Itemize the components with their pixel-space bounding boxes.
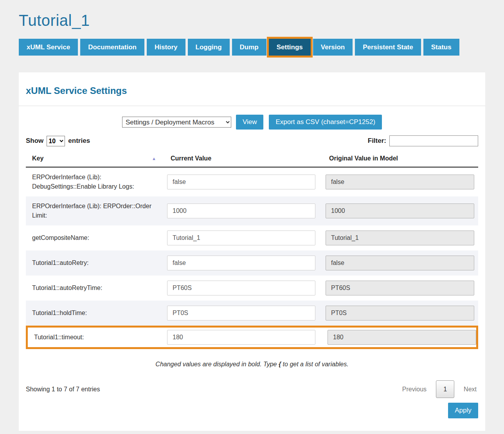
tab-label: Settings <box>277 43 303 51</box>
current-value-input[interactable] <box>167 203 315 218</box>
sort-asc-icon[interactable]: ▲ <box>152 156 156 161</box>
original-value-input <box>326 175 474 189</box>
original-value-cell <box>328 330 476 345</box>
original-value-cell <box>326 231 478 245</box>
apply-row: Apply <box>26 403 478 418</box>
page-1-button[interactable]: 1 <box>436 380 454 398</box>
tab-label: Documentation <box>88 43 137 51</box>
apply-button[interactable]: Apply <box>448 403 478 418</box>
filter-input[interactable] <box>389 135 478 146</box>
tab-label: Status <box>431 43 452 51</box>
original-value-cell <box>326 256 478 270</box>
row-key-label: ERPOrderInterface (Lib): DebugSettings::… <box>26 173 167 191</box>
heading-divider <box>19 106 485 106</box>
settings-panel: xUML Service Settings Settings / Deploym… <box>19 72 485 431</box>
current-value-input[interactable] <box>167 175 315 189</box>
page-title: Tutorial_1 <box>19 0 485 29</box>
table-row: ERPOrderInterface (Lib): DebugSettings::… <box>26 167 478 196</box>
original-value-input <box>326 203 474 218</box>
table-header: Key ▲ Current Value Original Value in Mo… <box>26 151 478 167</box>
row-key-label: getCompositeName: <box>26 233 167 243</box>
current-value-cell <box>167 203 326 218</box>
panel-heading: xUML Service Settings <box>19 72 485 96</box>
tab-persistent-state[interactable]: Persistent State <box>355 39 421 56</box>
tab-documentation[interactable]: Documentation <box>80 39 144 56</box>
original-value-input <box>328 330 476 345</box>
table-row: Tutorial1::holdTime: <box>26 301 478 326</box>
table-footer: Showing 1 to 7 of 7 entries Previous 1 N… <box>26 380 478 398</box>
tab-bar: xUML Service Documentation History Loggi… <box>19 39 485 56</box>
table-controls: Show 10 entries Filter: <box>26 135 478 146</box>
table-body: ERPOrderInterface (Lib): DebugSettings::… <box>26 167 478 349</box>
table-note: Changed values are displayed in bold. Ty… <box>26 361 478 368</box>
current-value-input[interactable] <box>167 231 315 245</box>
note-prefix: Changed values are displayed in bold. Ty… <box>155 361 279 367</box>
current-value-input[interactable] <box>167 256 315 270</box>
note-suffix: to get a list of variables. <box>281 361 349 367</box>
tab-dump[interactable]: Dump <box>232 39 266 56</box>
column-header-original-value[interactable]: Original Value in Model <box>326 155 478 162</box>
row-key-label: Tutorial1::autoRetry: <box>26 258 167 268</box>
tab-label: xUML Service <box>27 43 70 51</box>
current-value-cell <box>167 330 328 345</box>
row-key-label: Tutorial1::holdTime: <box>26 308 167 318</box>
table-row: getCompositeName: <box>26 225 478 250</box>
pagination: Previous 1 Next <box>401 380 478 398</box>
filter-label: Filter: <box>368 137 386 145</box>
export-csv-button[interactable]: Export as CSV (charset=CP1252) <box>269 115 382 130</box>
tab-logging[interactable]: Logging <box>188 39 230 56</box>
tab-status[interactable]: Status <box>423 39 459 56</box>
toolbar: Settings / Deployment Macros View Export… <box>26 115 478 130</box>
current-value-cell <box>167 306 326 321</box>
page: Tutorial_1 xUML Service Documentation Hi… <box>0 0 504 434</box>
current-value-input[interactable] <box>167 330 315 345</box>
previous-page-button[interactable]: Previous <box>401 384 428 395</box>
table-row: Tutorial1::timeout: <box>26 326 478 349</box>
show-label: Show <box>26 137 43 145</box>
showing-info: Showing 1 to 7 of 7 entries <box>26 386 100 393</box>
tab-label: Persistent State <box>363 43 413 51</box>
original-value-input <box>326 256 474 270</box>
filter-control: Filter: <box>368 135 478 146</box>
original-value-cell <box>326 203 478 218</box>
tab-history[interactable]: History <box>147 39 185 56</box>
original-value-input <box>326 306 474 321</box>
original-value-cell <box>326 175 478 189</box>
tab-xuml-service[interactable]: xUML Service <box>19 39 78 56</box>
entries-label: entries <box>68 137 90 145</box>
table-row: Tutorial1::autoRetry: <box>26 250 478 276</box>
column-header-current-value[interactable]: Current Value <box>167 155 326 162</box>
current-value-input[interactable] <box>167 306 315 321</box>
current-value-cell <box>167 281 326 295</box>
row-key-label: Tutorial1::timeout: <box>28 333 169 342</box>
tab-label: Dump <box>240 43 259 51</box>
row-key-label: ERPOrderInterface (Lib): ERPOrder::Order… <box>26 202 167 220</box>
entries-select[interactable]: 10 <box>47 136 65 146</box>
tab-label: History <box>155 43 178 51</box>
current-value-cell <box>167 175 326 189</box>
table-row: Tutorial1::autoRetryTime: <box>26 276 478 301</box>
length-control: Show 10 entries <box>26 136 90 146</box>
tab-settings[interactable]: Settings <box>269 39 311 56</box>
view-button[interactable]: View <box>236 115 264 130</box>
row-key-label: Tutorial1::autoRetryTime: <box>26 283 167 293</box>
tab-label: Logging <box>196 43 222 51</box>
next-page-button[interactable]: Next <box>462 384 478 395</box>
original-value-input <box>326 231 474 245</box>
table-row: ERPOrderInterface (Lib): ERPOrder::Order… <box>26 196 478 225</box>
settings-table: Key ▲ Current Value Original Value in Mo… <box>26 151 478 349</box>
original-value-cell <box>326 306 478 321</box>
original-value-input <box>326 281 474 295</box>
view-select[interactable]: Settings / Deployment Macros <box>122 117 231 128</box>
tab-version[interactable]: Version <box>313 39 353 56</box>
current-value-cell <box>167 231 326 245</box>
current-value-cell <box>167 256 326 270</box>
original-value-cell <box>326 281 478 295</box>
column-header-key[interactable]: Key ▲ <box>26 155 167 162</box>
current-value-input[interactable] <box>167 281 315 295</box>
tab-label: Version <box>321 43 345 51</box>
